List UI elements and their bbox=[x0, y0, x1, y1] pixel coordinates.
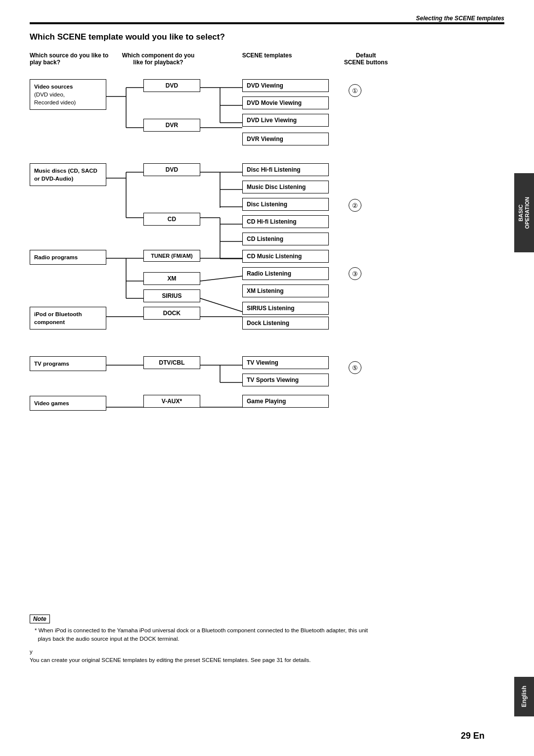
col-default: DefaultSCENE buttons bbox=[336, 52, 396, 66]
note-text-1: * When iPod is connected to the Yamaha i… bbox=[35, 626, 485, 644]
scene-dvd-live: DVD Live Viewing bbox=[242, 114, 329, 127]
scene-dvr-viewing: DVR Viewing bbox=[242, 133, 329, 145]
main-title: Which SCENE template would you like to s… bbox=[30, 32, 225, 42]
comp-sirius: SIRIUS bbox=[143, 289, 200, 302]
col-component: Which component do youlike for playback? bbox=[119, 52, 198, 66]
source-music: Music discs (CD, SACDor DVD-Audio) bbox=[30, 163, 106, 186]
comp-dock: DOCK bbox=[143, 307, 200, 320]
scene-dock: Dock Listening bbox=[242, 317, 329, 330]
comp-dvd2: DVD bbox=[143, 163, 200, 176]
section-title: Selecting the SCENE templates bbox=[416, 15, 504, 22]
note-label: Note bbox=[30, 614, 50, 623]
column-headers: Which source do you like toplay back? Wh… bbox=[30, 52, 485, 66]
scene-music-disc: Music Disc Listening bbox=[242, 181, 329, 193]
diagram: Video sources(DVD video,Recorded video) … bbox=[30, 64, 485, 510]
comp-tuner: TUNER (FM/AM) bbox=[143, 250, 200, 262]
page-number: 29 En bbox=[461, 731, 485, 741]
note-text-2: y You can create your original SCENE tem… bbox=[30, 648, 485, 665]
comp-dtvcbl: DTV/CBL bbox=[143, 356, 200, 369]
comp-dvd1: DVD bbox=[143, 79, 200, 92]
scene-button-5[interactable]: ⑤ bbox=[349, 361, 361, 374]
scene-radio: Radio Listening bbox=[242, 267, 329, 280]
note-section: Note * When iPod is connected to the Yam… bbox=[30, 614, 485, 664]
comp-xm: XM bbox=[143, 272, 200, 285]
source-video: Video sources(DVD video,Recorded video) bbox=[30, 79, 106, 110]
col-source: Which source do you like toplay back? bbox=[30, 52, 114, 66]
scene-button-1[interactable]: ① bbox=[349, 84, 361, 97]
scene-tv-sports: TV Sports Viewing bbox=[242, 374, 329, 386]
scene-tv-viewing: TV Viewing bbox=[242, 356, 329, 369]
comp-dvr: DVR bbox=[143, 119, 200, 132]
scene-cd-music: CD Music Listening bbox=[242, 250, 329, 263]
scene-disc-hifi: Disc Hi-fi Listening bbox=[242, 163, 329, 176]
scene-disc-listening: Disc Listening bbox=[242, 198, 329, 211]
comp-vaux: V-AUX* bbox=[143, 395, 200, 408]
scene-button-3[interactable]: ③ bbox=[349, 267, 361, 280]
scene-cd-listening: CD Listening bbox=[242, 233, 329, 245]
scene-cd-hifi: CD Hi-fi Listening bbox=[242, 215, 329, 228]
source-radio: Radio programs bbox=[30, 250, 106, 265]
comp-cd: CD bbox=[143, 213, 200, 226]
scene-xm: XM Listening bbox=[242, 284, 329, 297]
col-scene: SCENE templates bbox=[218, 52, 316, 66]
scene-button-2[interactable]: ② bbox=[349, 199, 361, 212]
scene-game-playing: Game Playing bbox=[242, 395, 329, 408]
scene-dvd-viewing: DVD Viewing bbox=[242, 79, 329, 92]
basic-operation-label: BASICOPERATION bbox=[518, 197, 531, 229]
english-tab: English bbox=[514, 677, 534, 716]
scene-dvd-movie: DVD Movie Viewing bbox=[242, 96, 329, 109]
scene-sirius: SIRIUS Listening bbox=[242, 302, 329, 315]
top-rule bbox=[30, 22, 504, 24]
source-games: Video games bbox=[30, 396, 106, 411]
source-tv: TV programs bbox=[30, 356, 106, 371]
svg-line-31 bbox=[200, 276, 242, 281]
svg-line-32 bbox=[200, 298, 242, 312]
english-label: English bbox=[521, 686, 528, 707]
basic-operation-tab: BASICOPERATION bbox=[514, 173, 534, 252]
source-ipod: iPod or Bluetoothcomponent bbox=[30, 307, 106, 330]
